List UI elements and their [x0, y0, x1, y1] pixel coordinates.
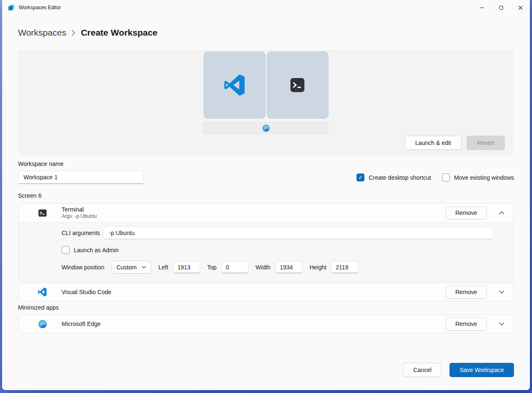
- chevron-down-icon: [499, 290, 504, 294]
- chevron-up-icon: [499, 211, 504, 215]
- preview-window-terminal: [267, 52, 329, 119]
- visual-studio-code-icon: [224, 74, 245, 96]
- app-args-subtitle: Args: -p Ubuntu: [62, 213, 97, 220]
- chevron-down-icon: [142, 266, 146, 269]
- visual-studio-code-icon: [37, 287, 47, 297]
- workspace-preview-panel: Launch & edit Revert: [18, 50, 514, 155]
- window-position-value: Custom: [116, 264, 137, 271]
- titlebar: Workspaces Editor: [2, 0, 530, 15]
- cli-arguments-input[interactable]: [103, 227, 493, 239]
- breadcrumb: Workspaces Create Workspace: [18, 26, 514, 39]
- close-button[interactable]: [511, 0, 530, 15]
- app-title: Visual Studio Code: [62, 289, 111, 296]
- app-expander-edge: Microsoft Edge Remove: [18, 315, 514, 333]
- preview-taskbar: [204, 122, 328, 134]
- workspace-name-label: Workspace name: [18, 160, 144, 167]
- cli-arguments-label: CLI arguments: [62, 230, 103, 236]
- top-label: Top: [207, 264, 217, 271]
- window-controls: [472, 0, 530, 15]
- app-expander-terminal: Terminal Args: -p Ubuntu Remove CLI argu…: [18, 203, 514, 282]
- workspaces-editor-window: Workspaces Editor Workspaces Create Work…: [2, 0, 530, 390]
- checkbox-unchecked-icon: [442, 173, 450, 181]
- minimized-apps-label: Minimized apps: [18, 304, 514, 312]
- window-position-label: Window position: [62, 264, 104, 271]
- launch-as-admin-label: Launch as Admin: [74, 247, 119, 253]
- create-desktop-shortcut-checkbox[interactable]: ✓ Create desktop shortcut: [356, 173, 431, 181]
- terminal-details: CLI arguments Launch as Admin Window pos…: [18, 222, 514, 281]
- checkbox-unchecked-icon: [62, 246, 70, 254]
- minimize-icon: [480, 8, 484, 8]
- height-label: Height: [310, 264, 326, 271]
- left-input[interactable]: [173, 261, 200, 273]
- terminal-icon: [290, 78, 305, 93]
- close-icon: [518, 5, 523, 10]
- top-input[interactable]: [222, 261, 248, 273]
- microsoft-edge-icon: [262, 124, 270, 132]
- height-input[interactable]: [331, 261, 358, 273]
- maximize-button[interactable]: [491, 0, 511, 15]
- app-row-edge[interactable]: Microsoft Edge Remove: [18, 315, 514, 333]
- app-title: Terminal: [62, 206, 97, 213]
- minimize-button[interactable]: [472, 0, 491, 15]
- chevron-down-icon: [499, 322, 504, 326]
- move-existing-windows-checkbox[interactable]: Move existing windows: [442, 173, 514, 181]
- maximize-icon: [499, 6, 503, 10]
- collapse-terminal-button[interactable]: [497, 208, 506, 217]
- remove-edge-button[interactable]: Remove: [446, 318, 487, 331]
- app-title: Microsoft Edge: [62, 321, 101, 328]
- width-label: Width: [256, 264, 271, 271]
- microsoft-edge-icon: [37, 320, 47, 328]
- breadcrumb-workspaces[interactable]: Workspaces: [18, 28, 66, 38]
- remove-terminal-button[interactable]: Remove: [446, 207, 487, 220]
- chevron-right-icon: [72, 30, 75, 36]
- launch-as-admin-checkbox[interactable]: Launch as Admin: [62, 246, 119, 254]
- width-input[interactable]: [276, 261, 302, 273]
- page-title: Create Workspace: [81, 28, 158, 38]
- preview-window-vscode: [204, 52, 266, 119]
- move-existing-windows-label: Move existing windows: [454, 174, 514, 181]
- workspaces-app-icon: [8, 4, 15, 11]
- create-desktop-shortcut-label: Create desktop shortcut: [369, 174, 431, 181]
- cancel-button[interactable]: Cancel: [403, 363, 442, 377]
- app-row-vscode[interactable]: Visual Studio Code Remove: [18, 283, 514, 301]
- window-title: Workspaces Editor: [19, 5, 61, 10]
- app-row-terminal[interactable]: Terminal Args: -p Ubuntu Remove: [18, 204, 514, 222]
- window-position-dropdown[interactable]: Custom: [111, 261, 151, 274]
- monitor-preview: [204, 50, 328, 134]
- checkbox-checked-icon: ✓: [356, 173, 364, 181]
- remove-vscode-button[interactable]: Remove: [446, 286, 487, 299]
- launch-and-edit-button[interactable]: Launch & edit: [405, 136, 462, 150]
- workspace-name-input[interactable]: [18, 171, 144, 184]
- save-workspace-button[interactable]: Save Workspace: [449, 363, 514, 377]
- app-expander-vscode: Visual Studio Code Remove: [18, 283, 514, 301]
- expand-edge-button[interactable]: [497, 319, 506, 328]
- revert-button[interactable]: Revert: [467, 136, 505, 150]
- left-label: Left: [158, 264, 168, 271]
- terminal-icon: [37, 209, 47, 217]
- expand-vscode-button[interactable]: [497, 287, 506, 297]
- screen-section-label: Screen 6: [18, 192, 514, 200]
